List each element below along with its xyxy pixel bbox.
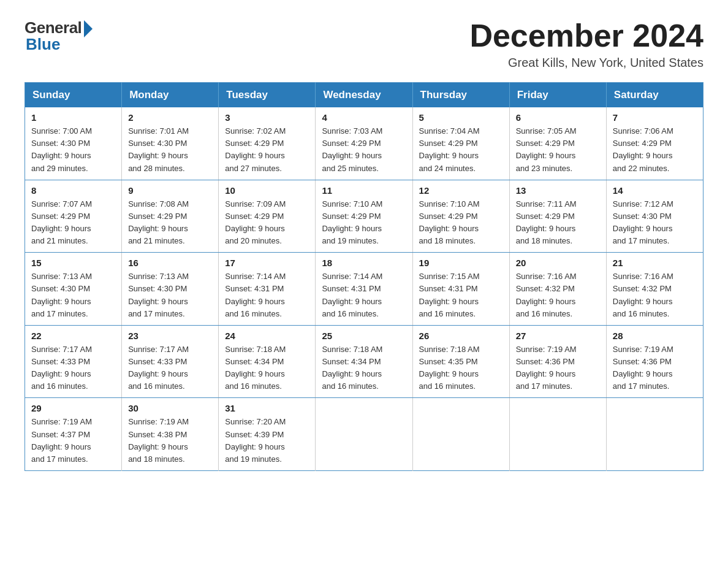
day-info: Sunrise: 7:08 AMSunset: 4:29 PMDaylight:… — [128, 198, 212, 248]
day-info: Sunrise: 7:00 AMSunset: 4:30 PMDaylight:… — [31, 125, 115, 175]
day-number: 11 — [322, 185, 406, 196]
calendar-cell — [509, 398, 606, 471]
calendar-cell: 29 Sunrise: 7:19 AMSunset: 4:37 PMDaylig… — [25, 398, 122, 471]
logo: General Blue — [25, 18, 93, 54]
calendar-cell: 26 Sunrise: 7:18 AMSunset: 4:35 PMDaylig… — [412, 325, 509, 398]
weekday-header-thursday: Thursday — [412, 83, 509, 108]
calendar-cell: 8 Sunrise: 7:07 AMSunset: 4:29 PMDayligh… — [25, 180, 122, 253]
day-info: Sunrise: 7:18 AMSunset: 4:34 PMDaylight:… — [225, 343, 309, 393]
calendar-cell: 2 Sunrise: 7:01 AMSunset: 4:30 PMDayligh… — [122, 107, 219, 180]
calendar-cell: 4 Sunrise: 7:03 AMSunset: 4:29 PMDayligh… — [316, 107, 412, 180]
day-info: Sunrise: 7:01 AMSunset: 4:30 PMDaylight:… — [128, 125, 212, 175]
calendar-cell: 25 Sunrise: 7:18 AMSunset: 4:34 PMDaylig… — [316, 325, 412, 398]
day-number: 16 — [128, 258, 212, 268]
day-number: 18 — [322, 258, 406, 268]
calendar-cell: 21 Sunrise: 7:16 AMSunset: 4:32 PMDaylig… — [606, 253, 703, 326]
month-title: December 2024 — [469, 18, 703, 53]
day-number: 19 — [419, 258, 503, 268]
day-info: Sunrise: 7:04 AMSunset: 4:29 PMDaylight:… — [419, 125, 503, 175]
day-number: 5 — [419, 112, 503, 123]
day-number: 4 — [322, 112, 406, 123]
day-info: Sunrise: 7:14 AMSunset: 4:31 PMDaylight:… — [322, 270, 406, 320]
calendar-table: SundayMondayTuesdayWednesdayThursdayFrid… — [25, 82, 703, 471]
calendar-cell: 5 Sunrise: 7:04 AMSunset: 4:29 PMDayligh… — [412, 107, 509, 180]
day-info: Sunrise: 7:05 AMSunset: 4:29 PMDaylight:… — [516, 125, 600, 175]
day-number: 3 — [225, 112, 309, 123]
weekday-header-wednesday: Wednesday — [316, 83, 412, 108]
day-info: Sunrise: 7:19 AMSunset: 4:37 PMDaylight:… — [31, 416, 115, 465]
page-header: General Blue December 2024 Great Kills, … — [25, 18, 703, 70]
day-number: 12 — [419, 185, 503, 196]
day-info: Sunrise: 7:07 AMSunset: 4:29 PMDaylight:… — [31, 198, 115, 248]
calendar-header-row: SundayMondayTuesdayWednesdayThursdayFrid… — [25, 83, 703, 108]
day-info: Sunrise: 7:03 AMSunset: 4:29 PMDaylight:… — [322, 125, 406, 175]
calendar-cell: 16 Sunrise: 7:13 AMSunset: 4:30 PMDaylig… — [122, 253, 219, 326]
calendar-cell — [606, 398, 703, 471]
calendar-cell: 24 Sunrise: 7:18 AMSunset: 4:34 PMDaylig… — [219, 325, 316, 398]
day-number: 26 — [419, 331, 503, 341]
calendar-cell: 15 Sunrise: 7:13 AMSunset: 4:30 PMDaylig… — [25, 253, 122, 326]
weekday-header-monday: Monday — [122, 83, 219, 108]
day-info: Sunrise: 7:06 AMSunset: 4:29 PMDaylight:… — [613, 125, 697, 175]
day-number: 10 — [225, 185, 309, 196]
day-info: Sunrise: 7:15 AMSunset: 4:31 PMDaylight:… — [419, 270, 503, 320]
day-info: Sunrise: 7:19 AMSunset: 4:36 PMDaylight:… — [613, 343, 697, 393]
weekday-header-saturday: Saturday — [606, 83, 703, 108]
logo-blue-text: Blue — [26, 35, 60, 54]
day-number: 1 — [31, 112, 115, 123]
logo-triangle-icon — [84, 20, 93, 37]
calendar-cell: 7 Sunrise: 7:06 AMSunset: 4:29 PMDayligh… — [606, 107, 703, 180]
weekday-header-sunday: Sunday — [25, 83, 122, 108]
calendar-cell: 10 Sunrise: 7:09 AMSunset: 4:29 PMDaylig… — [219, 180, 316, 253]
calendar-cell: 3 Sunrise: 7:02 AMSunset: 4:29 PMDayligh… — [219, 107, 316, 180]
day-number: 30 — [128, 403, 212, 413]
calendar-cell: 9 Sunrise: 7:08 AMSunset: 4:29 PMDayligh… — [122, 180, 219, 253]
day-number: 28 — [613, 331, 697, 341]
calendar-cell: 31 Sunrise: 7:20 AMSunset: 4:39 PMDaylig… — [219, 398, 316, 471]
day-info: Sunrise: 7:12 AMSunset: 4:30 PMDaylight:… — [613, 198, 697, 248]
calendar-cell — [412, 398, 509, 471]
weekday-header-friday: Friday — [509, 83, 606, 108]
day-number: 7 — [613, 112, 697, 123]
day-number: 13 — [516, 185, 600, 196]
day-number: 27 — [516, 331, 600, 341]
day-number: 2 — [128, 112, 212, 123]
day-info: Sunrise: 7:11 AMSunset: 4:29 PMDaylight:… — [516, 198, 600, 248]
calendar-cell: 1 Sunrise: 7:00 AMSunset: 4:30 PMDayligh… — [25, 107, 122, 180]
weekday-header-tuesday: Tuesday — [219, 83, 316, 108]
calendar-cell: 30 Sunrise: 7:19 AMSunset: 4:38 PMDaylig… — [122, 398, 219, 471]
calendar-cell: 11 Sunrise: 7:10 AMSunset: 4:29 PMDaylig… — [316, 180, 412, 253]
day-number: 22 — [31, 331, 115, 341]
calendar-cell: 19 Sunrise: 7:15 AMSunset: 4:31 PMDaylig… — [412, 253, 509, 326]
day-number: 20 — [516, 258, 600, 268]
calendar-week-row: 15 Sunrise: 7:13 AMSunset: 4:30 PMDaylig… — [25, 253, 703, 326]
calendar-cell: 28 Sunrise: 7:19 AMSunset: 4:36 PMDaylig… — [606, 325, 703, 398]
calendar-week-row: 29 Sunrise: 7:19 AMSunset: 4:37 PMDaylig… — [25, 398, 703, 471]
location-text: Great Kills, New York, United States — [469, 56, 703, 70]
day-number: 29 — [31, 403, 115, 413]
day-info: Sunrise: 7:19 AMSunset: 4:36 PMDaylight:… — [516, 343, 600, 393]
day-info: Sunrise: 7:18 AMSunset: 4:35 PMDaylight:… — [419, 343, 503, 393]
day-number: 31 — [225, 403, 309, 413]
day-info: Sunrise: 7:10 AMSunset: 4:29 PMDaylight:… — [419, 198, 503, 248]
day-number: 24 — [225, 331, 309, 341]
day-info: Sunrise: 7:10 AMSunset: 4:29 PMDaylight:… — [322, 198, 406, 248]
calendar-cell: 18 Sunrise: 7:14 AMSunset: 4:31 PMDaylig… — [316, 253, 412, 326]
day-number: 6 — [516, 112, 600, 123]
calendar-cell: 6 Sunrise: 7:05 AMSunset: 4:29 PMDayligh… — [509, 107, 606, 180]
day-number: 9 — [128, 185, 212, 196]
day-info: Sunrise: 7:13 AMSunset: 4:30 PMDaylight:… — [31, 270, 115, 320]
calendar-week-row: 1 Sunrise: 7:00 AMSunset: 4:30 PMDayligh… — [25, 107, 703, 180]
day-info: Sunrise: 7:18 AMSunset: 4:34 PMDaylight:… — [322, 343, 406, 393]
calendar-cell: 14 Sunrise: 7:12 AMSunset: 4:30 PMDaylig… — [606, 180, 703, 253]
day-number: 14 — [613, 185, 697, 196]
day-info: Sunrise: 7:13 AMSunset: 4:30 PMDaylight:… — [128, 270, 212, 320]
day-info: Sunrise: 7:16 AMSunset: 4:32 PMDaylight:… — [516, 270, 600, 320]
day-number: 25 — [322, 331, 406, 341]
day-info: Sunrise: 7:19 AMSunset: 4:38 PMDaylight:… — [128, 416, 212, 465]
day-info: Sunrise: 7:17 AMSunset: 4:33 PMDaylight:… — [128, 343, 212, 393]
day-info: Sunrise: 7:14 AMSunset: 4:31 PMDaylight:… — [225, 270, 309, 320]
day-info: Sunrise: 7:20 AMSunset: 4:39 PMDaylight:… — [225, 416, 309, 465]
calendar-cell: 12 Sunrise: 7:10 AMSunset: 4:29 PMDaylig… — [412, 180, 509, 253]
calendar-cell: 13 Sunrise: 7:11 AMSunset: 4:29 PMDaylig… — [509, 180, 606, 253]
